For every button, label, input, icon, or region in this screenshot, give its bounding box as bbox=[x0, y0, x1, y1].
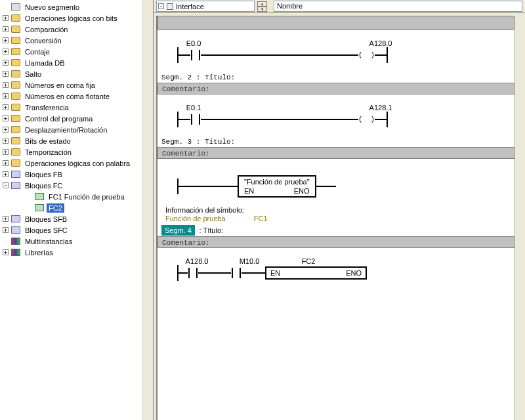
folder-icon bbox=[10, 58, 21, 68]
tree-item[interactable]: +Operaciones lógicas con palabra bbox=[0, 158, 142, 169]
tree-item[interactable]: +Conversión bbox=[0, 35, 142, 46]
no-contact[interactable] bbox=[188, 268, 198, 278]
tree-item-label[interactable]: Control del programa bbox=[23, 114, 94, 123]
tree-item-label[interactable]: Operaciones lógicas con bits bbox=[23, 14, 119, 23]
tree-item-label[interactable]: Bloques SFC bbox=[23, 226, 70, 235]
segment-3-comment[interactable]: Comentario: bbox=[158, 147, 525, 159]
expand-icon[interactable]: + bbox=[3, 82, 9, 88]
segment-2-comment[interactable]: Comentario: bbox=[158, 83, 525, 94]
no-contact[interactable] bbox=[190, 114, 201, 125]
expand-icon[interactable]: + bbox=[3, 138, 9, 144]
network-3[interactable]: "Función de prueba" EN ENO bbox=[158, 163, 525, 203]
no-contact[interactable] bbox=[231, 268, 242, 278]
network-2[interactable]: E0.1 A128.1 () bbox=[158, 98, 525, 136]
expand-icon[interactable]: + bbox=[3, 37, 9, 43]
expand-icon[interactable]: + bbox=[3, 249, 9, 255]
tree-item-label[interactable]: Bits de estado bbox=[23, 136, 73, 146]
tree-item-label[interactable]: Números en coma fija bbox=[23, 81, 97, 90]
tree-item[interactable]: +Transferencia bbox=[0, 102, 142, 113]
instruction-tree: Nuevo segmento+Operaciones lógicas con b… bbox=[0, 0, 154, 420]
tree-item-label[interactable]: Multiinstancias bbox=[23, 237, 74, 246]
contact-address: M10.0 bbox=[230, 257, 269, 265]
expand-icon[interactable]: + bbox=[3, 227, 9, 233]
tree-item[interactable]: +Comparación bbox=[0, 24, 142, 35]
segment-2-title[interactable]: Segm. 2 : Título: bbox=[158, 72, 525, 83]
tree-item[interactable]: +Números en coma fija bbox=[0, 79, 142, 91]
tree-item-label[interactable]: Operaciones lógicas con palabra bbox=[23, 159, 132, 168]
tree-item[interactable]: +Contaje bbox=[0, 46, 142, 57]
expand-icon[interactable]: + bbox=[3, 160, 9, 166]
tree-item-label[interactable]: FC2 bbox=[47, 203, 64, 213]
tree-item-label[interactable]: Transferencia bbox=[23, 103, 71, 112]
tree-item[interactable]: +Salto bbox=[0, 68, 142, 79]
expand-icon[interactable]: + bbox=[3, 26, 9, 32]
network-4[interactable]: A128.0 M10.0 FC2 bbox=[158, 252, 525, 290]
spinner-up-icon[interactable]: ▴ bbox=[257, 1, 267, 7]
expand-icon[interactable]: + bbox=[3, 71, 9, 77]
tree-item[interactable]: +Bloques FB bbox=[0, 169, 142, 180]
tree-item[interactable]: +Bloques SFC bbox=[0, 224, 142, 236]
output-coil[interactable]: () bbox=[358, 116, 375, 123]
tree-item[interactable]: +Desplazamiento/Rotación bbox=[0, 124, 142, 135]
tree-item-label[interactable]: Llamada DB bbox=[23, 58, 67, 68]
tree-item-label[interactable]: Contaje bbox=[23, 47, 52, 56]
interface-selector[interactable]: - Interface bbox=[156, 1, 255, 12]
tree-item[interactable]: +Control del programa bbox=[0, 113, 142, 124]
segment-4-comment[interactable]: Comentario: bbox=[158, 236, 525, 248]
contact-address: A128.0 bbox=[177, 257, 217, 265]
expand-icon[interactable]: + bbox=[3, 216, 9, 222]
tree-item-label[interactable]: Conversión bbox=[23, 36, 64, 45]
tree-item-label[interactable]: Números en coma flotante bbox=[23, 92, 112, 101]
tree-item[interactable]: +Operaciones lógicas con bits bbox=[0, 12, 142, 24]
tree-item-label[interactable]: Librerías bbox=[23, 248, 55, 257]
folder-icon bbox=[10, 13, 21, 24]
tree-item[interactable]: Nuevo segmento bbox=[0, 1, 142, 12]
ladder-editor[interactable]: E0.0 A128.0 () Segm. 2 : bbox=[156, 16, 525, 420]
collapse-icon[interactable]: - bbox=[3, 182, 9, 188]
tree-item[interactable]: Multiinstancias bbox=[0, 236, 142, 247]
tree-item-label[interactable]: Bloques SFB bbox=[23, 215, 69, 224]
tree-item-label[interactable]: Desplazamiento/Rotación bbox=[23, 125, 109, 135]
editor-scrollbar[interactable] bbox=[514, 16, 525, 420]
fc2-call-box[interactable]: EN ENO bbox=[265, 266, 367, 280]
tree-item-label[interactable]: FC1 Función de prueba bbox=[47, 192, 127, 201]
tree-item[interactable]: +Bloques SFB bbox=[0, 213, 142, 224]
tree-item[interactable]: +Librerías bbox=[0, 247, 142, 258]
tree-item[interactable]: FC2 bbox=[0, 202, 142, 213]
expand-icon[interactable]: + bbox=[3, 60, 9, 66]
expand-icon[interactable]: + bbox=[3, 49, 9, 54]
tree-item-label[interactable]: Bloques FC bbox=[23, 181, 64, 190]
tree-item-label[interactable]: Nuevo segmento bbox=[23, 3, 81, 12]
collapse-icon[interactable]: - bbox=[158, 3, 164, 9]
fc-call-box[interactable]: "Función de prueba" EN ENO bbox=[238, 175, 316, 198]
expand-icon[interactable]: + bbox=[3, 104, 9, 110]
expand-icon[interactable]: + bbox=[3, 93, 9, 99]
expand-icon[interactable]: + bbox=[3, 15, 9, 21]
tree-scrollbar[interactable] bbox=[142, 0, 153, 420]
tree-item-label[interactable]: Bloques FB bbox=[23, 170, 64, 179]
tree-item[interactable]: +Llamada DB bbox=[0, 57, 142, 68]
output-coil[interactable]: () bbox=[358, 51, 375, 59]
tree-item[interactable]: +Temporización bbox=[0, 146, 142, 158]
tree-item[interactable]: +Bits de estado bbox=[0, 135, 142, 146]
en-port: EN bbox=[244, 187, 254, 195]
tree-item[interactable]: FC1 Función de prueba bbox=[0, 191, 142, 202]
tree-item[interactable]: -Bloques FC bbox=[0, 180, 142, 191]
tree-item[interactable]: +Números en coma flotante bbox=[0, 91, 142, 102]
spinner-down-icon[interactable]: ▾ bbox=[257, 7, 267, 12]
tree-item-label[interactable]: Salto bbox=[23, 70, 43, 79]
top-bar: - Interface ▴ ▾ Nombre bbox=[154, 0, 525, 13]
network-1[interactable]: E0.0 A128.0 () bbox=[158, 34, 525, 72]
tree-item-label[interactable]: Comparación bbox=[23, 25, 70, 34]
expand-icon[interactable]: + bbox=[3, 149, 9, 155]
interface-label: Interface bbox=[176, 3, 204, 10]
block-icon bbox=[10, 214, 21, 224]
expand-icon[interactable]: + bbox=[3, 127, 9, 133]
expand-icon[interactable]: + bbox=[3, 171, 9, 177]
tree-item-label[interactable]: Temporización bbox=[23, 148, 74, 157]
segment-4-title[interactable]: Segm. 4 : Título: bbox=[158, 225, 525, 236]
segment-3-title[interactable]: Segm. 3 : Título: bbox=[158, 136, 525, 147]
expand-icon[interactable]: + bbox=[3, 116, 9, 121]
no-contact[interactable] bbox=[190, 50, 201, 60]
interface-spinner[interactable]: ▴ ▾ bbox=[257, 1, 267, 12]
